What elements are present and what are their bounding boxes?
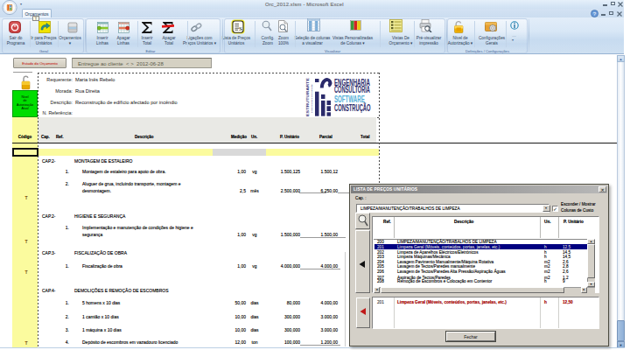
svg-text:ESTRUTURARTE: ESTRUTURARTE (305, 78, 310, 116)
svg-text:CONSTRUÇÃO: CONSTRUÇÃO (334, 102, 371, 113)
svg-text:CONSULTORIA: CONSULTORIA (334, 84, 370, 94)
svg-text:engenharia e construção: engenharia e construção (311, 83, 313, 113)
svg-text:S: S (239, 25, 242, 32)
